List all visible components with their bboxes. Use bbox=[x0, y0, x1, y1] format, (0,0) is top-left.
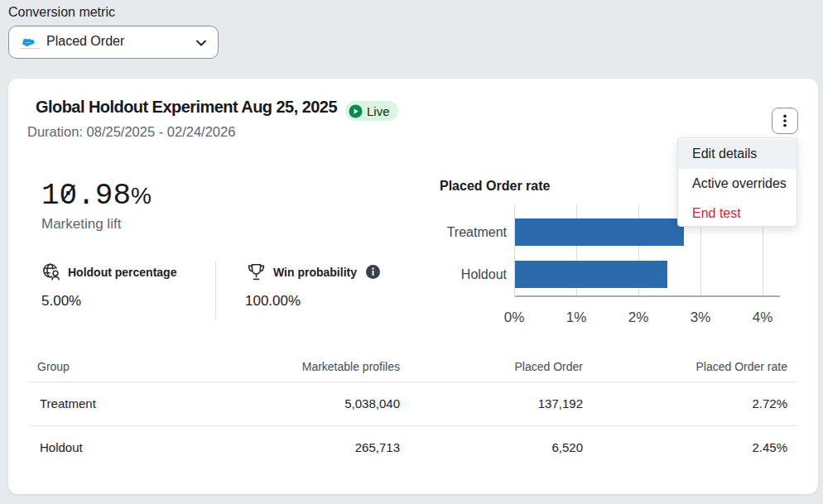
svg-text:COMMERCE CLOUD: COMMERCE CLOUD bbox=[20, 47, 40, 50]
svg-text:salesfor: salesfor bbox=[25, 41, 31, 43]
